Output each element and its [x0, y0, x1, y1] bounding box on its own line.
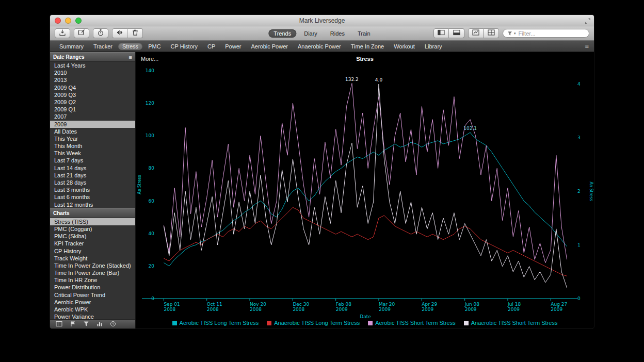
- chart-tab[interactable]: Stress: [118, 43, 142, 50]
- chart-tab[interactable]: CP History: [167, 43, 202, 50]
- legend-item[interactable]: Anaerobic TISS Short Term Stress: [464, 320, 558, 326]
- date-range-item[interactable]: 2009: [50, 121, 135, 128]
- chart-list-item[interactable]: Time In HR Zone: [50, 276, 135, 284]
- chart-tab[interactable]: Time In Zone: [347, 43, 388, 50]
- date-range-item[interactable]: 2009 Q4: [50, 84, 135, 91]
- fullscreen-icon[interactable]: [585, 17, 591, 26]
- chart-list-item[interactable]: Time In Power Zone (Bar): [50, 269, 135, 276]
- chart-tab[interactable]: Power: [221, 43, 245, 50]
- legend-item[interactable]: Anaerobic TISS Long Term Stress: [267, 320, 360, 326]
- chart-view-button[interactable]: [468, 28, 484, 38]
- panel-bottom-icon: [453, 28, 461, 38]
- date-range-item[interactable]: Last 3 months: [50, 186, 135, 193]
- svg-text:132.2: 132.2: [345, 77, 359, 82]
- date-ranges-menu-icon[interactable]: ≡: [129, 54, 132, 60]
- view-switch-button[interactable]: Diary: [299, 29, 323, 38]
- chart-tab[interactable]: Tracker: [89, 43, 117, 50]
- legend-item[interactable]: Aerobic TISS Long Term Stress: [172, 320, 259, 326]
- chart-tab[interactable]: Aerobic Power: [247, 43, 292, 50]
- date-range-item[interactable]: Last 4 Years: [50, 62, 135, 69]
- date-range-item[interactable]: Last 14 days: [50, 164, 135, 172]
- edit-button[interactable]: [74, 28, 89, 38]
- chart-list-item[interactable]: Power Distribution: [50, 284, 135, 291]
- filter-funnel-small-icon[interactable]: [83, 320, 89, 329]
- legend-swatch: [464, 321, 469, 325]
- date-range-item[interactable]: This Month: [50, 142, 135, 150]
- chart-tab[interactable]: Workout: [390, 43, 419, 50]
- chart-list-item[interactable]: Critical Power Trend: [50, 291, 135, 299]
- view-switch-button[interactable]: Rides: [325, 29, 350, 38]
- chart-list-item[interactable]: PMC (Skiba): [50, 233, 135, 240]
- date-ranges-header[interactable]: Date Ranges ≡: [50, 52, 135, 62]
- stopwatch-button[interactable]: [93, 28, 108, 38]
- chart-list-item[interactable]: Stress (TISS): [50, 218, 135, 225]
- intervals-button[interactable]: [112, 28, 127, 38]
- more-link[interactable]: More...: [141, 56, 158, 62]
- date-range-item[interactable]: This Year: [50, 135, 135, 142]
- filter-field[interactable]: ▾: [503, 29, 589, 38]
- chart-list-item[interactable]: KPI Tracker: [50, 240, 135, 247]
- window-titlebar[interactable]: Mark Liversedge: [50, 15, 594, 26]
- minimize-button[interactable]: [65, 18, 71, 24]
- chart-list-item[interactable]: Time In Power Zone (Stacked): [50, 262, 135, 269]
- charts-header[interactable]: Charts: [50, 208, 135, 218]
- zoom-button[interactable]: [75, 18, 82, 24]
- date-range-item[interactable]: Last 12 months: [50, 201, 135, 208]
- close-button[interactable]: [55, 18, 61, 24]
- legend-item[interactable]: Aerobic TISS Short Term Stress: [368, 320, 455, 326]
- svg-text:2009: 2009: [379, 307, 391, 312]
- filter-dropdown-icon[interactable]: ▾: [514, 31, 516, 35]
- sidebar-panel-icon[interactable]: [56, 320, 62, 329]
- export-button[interactable]: [55, 28, 70, 38]
- chart-tabs: SummaryTrackerStressPMCCP HistoryCPPower…: [55, 43, 585, 50]
- chart-list-item[interactable]: Track Weight: [50, 255, 135, 262]
- date-range-item[interactable]: 2010: [50, 69, 135, 76]
- window-controls: [50, 18, 82, 24]
- trash-button[interactable]: [127, 28, 143, 38]
- charts-header-label: Charts: [53, 210, 70, 216]
- date-range-item[interactable]: Last 7 days: [50, 157, 135, 164]
- stress-chart[interactable]: Sep 012008Oct 112008Nov 202008Dec 302008…: [136, 63, 594, 326]
- sidebar-bottom-toolbar: [50, 319, 135, 328]
- date-range-item[interactable]: Last 21 days: [50, 172, 135, 179]
- chart-list-item[interactable]: Aerobic Power: [50, 299, 135, 306]
- svg-text:3: 3: [577, 135, 581, 140]
- svg-text:140: 140: [146, 68, 154, 73]
- date-ranges-list: Last 4 Years201020132009 Q42009 Q32009 Q…: [50, 62, 135, 208]
- date-range-item[interactable]: 2009 Q3: [50, 91, 135, 98]
- svg-text:Feb 08: Feb 08: [336, 302, 352, 307]
- chart-tab[interactable]: Summary: [55, 43, 88, 50]
- date-range-item[interactable]: 2007: [50, 113, 135, 120]
- chart-tab[interactable]: PMC: [144, 43, 165, 50]
- bottombar-toggle-button[interactable]: [449, 28, 464, 38]
- bookmark-flag-icon[interactable]: [70, 320, 76, 329]
- date-range-item[interactable]: Last 28 days: [50, 179, 135, 186]
- svg-text:Jul 18: Jul 18: [507, 302, 521, 307]
- date-range-item[interactable]: Last 6 months: [50, 193, 135, 201]
- chart-tab[interactable]: CP: [203, 43, 219, 50]
- chart-list-item[interactable]: CP History: [50, 248, 135, 255]
- date-range-item[interactable]: 2009 Q2: [50, 98, 135, 106]
- sidebar-toggle-button[interactable]: [433, 28, 449, 38]
- chart-area: More... Stress Sep 012008Oct 112008Nov 2…: [135, 52, 594, 328]
- date-range-item[interactable]: 2009 Q1: [50, 106, 135, 113]
- chart-tab[interactable]: Library: [421, 43, 446, 50]
- tile-view-button[interactable]: [484, 28, 499, 38]
- date-ranges-header-label: Date Ranges: [53, 54, 85, 60]
- date-range-item[interactable]: This Week: [50, 150, 135, 157]
- filter-input[interactable]: [518, 30, 585, 37]
- bar-chart-icon[interactable]: [96, 320, 103, 329]
- export-icon: [58, 28, 67, 38]
- clock-icon[interactable]: [110, 320, 116, 329]
- chart-list-item[interactable]: PMC (Coggan): [50, 225, 135, 233]
- view-switch-button[interactable]: Train: [352, 29, 376, 38]
- view-switch-button[interactable]: Trends: [268, 29, 296, 38]
- chart-tab[interactable]: Anaerobic Power: [294, 43, 345, 50]
- date-range-item[interactable]: All Dates: [50, 128, 135, 135]
- date-range-item[interactable]: 2013: [50, 76, 135, 84]
- tabbar-menu-icon[interactable]: ≡: [585, 42, 589, 50]
- svg-text:120: 120: [146, 101, 154, 106]
- chart-list-item[interactable]: Aerobic WPK: [50, 306, 135, 313]
- svg-text:102.1: 102.1: [463, 126, 477, 131]
- svg-text:2008: 2008: [164, 307, 175, 312]
